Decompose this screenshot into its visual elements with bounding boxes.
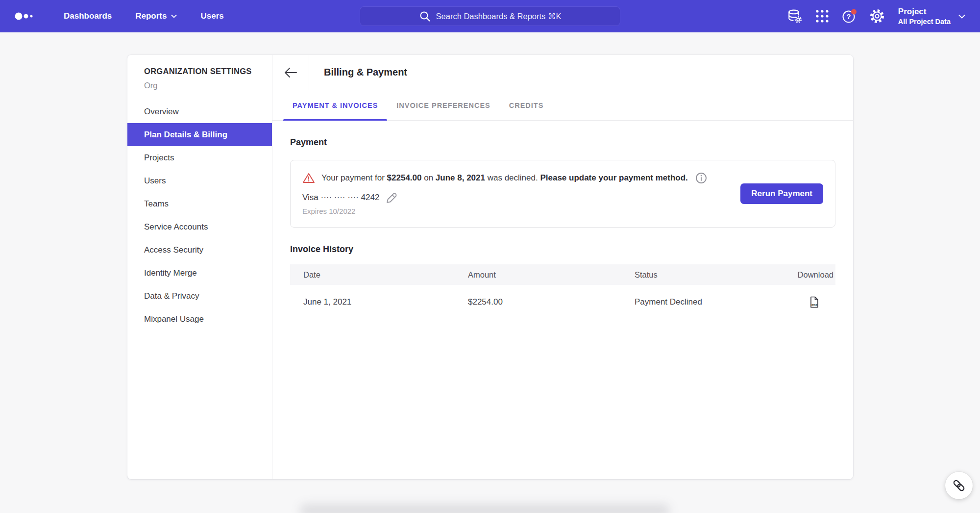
chevron-down-icon: [171, 14, 177, 18]
back-button[interactable]: [272, 55, 309, 90]
alert-message: Your payment for $2254.00 on June 8, 202…: [321, 173, 688, 183]
nav-users-label: Users: [200, 11, 223, 21]
nav-users[interactable]: Users: [200, 11, 223, 21]
download-pdf-button[interactable]: PDF: [807, 295, 821, 309]
sidebar-header: ORGANIZATION SETTINGS Org: [127, 67, 272, 90]
copy-link-button[interactable]: [945, 472, 973, 499]
project-name: All Project Data: [898, 17, 951, 26]
edit-card-button[interactable]: [386, 192, 398, 204]
sidebar-item-teams[interactable]: Teams: [127, 192, 272, 215]
col-amount: Amount: [468, 270, 635, 280]
warning-triangle-icon: [302, 172, 315, 184]
apps-grid-button[interactable]: [814, 8, 831, 25]
settings-button[interactable]: [869, 8, 885, 25]
card-expiry: Expires 10/2022: [302, 207, 823, 215]
tab-content: Payment Your payment for $2254.00 on Jun…: [272, 121, 853, 479]
settings-panel: ORGANIZATION SETTINGS Org Overview Plan …: [127, 55, 853, 479]
declined-date: June 8, 2021: [436, 173, 485, 182]
mixpanel-logo[interactable]: [15, 12, 37, 21]
search-icon: [419, 10, 431, 22]
invoice-table-header: Date Amount Status Download: [290, 264, 835, 285]
arrow-left-icon: [282, 66, 299, 79]
sidebar-item-identity-merge[interactable]: Identity Merge: [127, 261, 272, 284]
sidebar-item-mixpanel-usage[interactable]: Mixpanel Usage: [127, 308, 272, 331]
nav-dashboards[interactable]: Dashboards: [64, 11, 112, 21]
sidebar-item-users[interactable]: Users: [127, 169, 272, 192]
alert-action-text: Please update your payment method.: [540, 173, 687, 182]
link-icon: [952, 478, 966, 493]
global-search[interactable]: Search Dashboards & Reports ⌘K: [360, 6, 620, 26]
page-title: Billing & Payment: [324, 67, 407, 78]
rerun-payment-button[interactable]: Rerun Payment: [740, 183, 823, 204]
page-header: Billing & Payment: [272, 55, 853, 90]
chevron-down-icon: [958, 14, 965, 19]
invoice-history-section: Invoice History Date Amount Status Downl…: [290, 244, 835, 319]
declined-amount: $2254.00: [387, 173, 422, 182]
sidebar-item-projects[interactable]: Projects: [127, 146, 272, 169]
tab-credits[interactable]: CREDITS: [500, 90, 553, 120]
org-settings-sidebar: ORGANIZATION SETTINGS Org Overview Plan …: [127, 55, 272, 479]
project-text: Project All Project Data: [898, 6, 951, 26]
info-button[interactable]: [695, 172, 707, 184]
info-icon: [695, 172, 707, 184]
sidebar-item-data-privacy[interactable]: Data & Privacy: [127, 284, 272, 308]
sidebar-item-overview[interactable]: Overview: [127, 100, 272, 123]
sidebar-item-plan-details-billing[interactable]: Plan Details & Billing: [127, 123, 272, 146]
sidebar-nav: Overview Plan Details & Billing Projects…: [127, 100, 272, 331]
search-placeholder: Search Dashboards & Reports ⌘K: [436, 12, 562, 21]
invoice-history-title: Invoice History: [290, 244, 835, 255]
page-bottom-shadow: [300, 504, 670, 513]
top-navbar: Dashboards Reports Users Search Dashboar…: [0, 0, 980, 32]
help-icon: ?: [841, 8, 858, 24]
svg-text:?: ?: [847, 13, 851, 21]
pdf-file-icon: PDF: [807, 295, 821, 309]
col-date: Date: [290, 270, 468, 280]
billing-tabs: PAYMENT & INVOICES INVOICE PREFERENCES C…: [272, 90, 853, 121]
col-download: Download: [772, 270, 835, 280]
sidebar-section-title: ORGANIZATION SETTINGS: [144, 67, 255, 76]
payment-declined-alert: Your payment for $2254.00 on June 8, 202…: [302, 172, 823, 184]
payment-section-title: Payment: [290, 137, 835, 148]
gear-icon: [869, 8, 885, 24]
navbar-right: ? Project All Project Data: [776, 6, 965, 26]
sidebar-item-access-security[interactable]: Access Security: [127, 238, 272, 261]
tab-payment-invoices[interactable]: PAYMENT & INVOICES: [283, 90, 387, 120]
grid-dots-icon: [815, 9, 830, 24]
notification-badge: [851, 9, 857, 15]
card-number: Visa ···· ···· ···· 4242: [302, 193, 379, 203]
data-management-button[interactable]: [786, 8, 803, 25]
payment-method-card: Your payment for $2254.00 on June 8, 202…: [290, 160, 835, 228]
project-switcher[interactable]: Project All Project Data: [898, 6, 965, 26]
billing-main: Billing & Payment PAYMENT & INVOICES INV…: [272, 55, 853, 479]
invoice-amount: $2254.00: [468, 297, 635, 307]
tab-invoice-preferences[interactable]: INVOICE PREFERENCES: [387, 90, 499, 120]
invoice-row: June 1, 2021 $2254.00 Payment Declined P…: [290, 285, 835, 319]
database-gear-icon: [787, 8, 803, 24]
help-button[interactable]: ?: [841, 8, 858, 25]
col-status: Status: [635, 270, 772, 280]
project-label: Project: [898, 6, 951, 17]
nav-reports-label: Reports: [135, 11, 167, 21]
invoice-table: Date Amount Status Download June 1, 2021…: [290, 264, 835, 319]
svg-text:PDF: PDF: [811, 303, 818, 306]
nav-reports[interactable]: Reports: [135, 11, 177, 21]
invoice-date: June 1, 2021: [290, 297, 468, 307]
mixpanel-dots-icon: [15, 12, 37, 21]
nav-dashboards-label: Dashboards: [64, 11, 112, 21]
org-name: Org: [144, 81, 255, 90]
sidebar-item-service-accounts[interactable]: Service Accounts: [127, 215, 272, 238]
pencil-icon: [386, 192, 398, 204]
invoice-status: Payment Declined: [635, 297, 772, 307]
